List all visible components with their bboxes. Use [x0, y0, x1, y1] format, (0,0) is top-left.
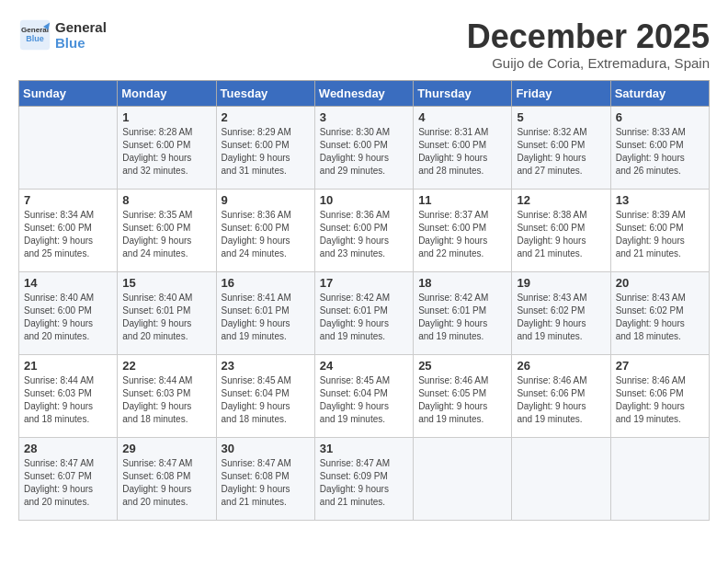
day-number: 16	[222, 276, 310, 290]
day-content: Sunrise: 8:31 AM Sunset: 6:00 PM Dayligh…	[418, 126, 506, 178]
day-content: Sunrise: 8:43 AM Sunset: 6:02 PM Dayligh…	[517, 292, 605, 343]
calendar-cell: 10Sunrise: 8:36 AM Sunset: 6:00 PM Dayli…	[314, 189, 413, 271]
calendar-week-4: 21Sunrise: 8:44 AM Sunset: 6:03 PM Dayli…	[19, 354, 710, 437]
logo-line1: General	[55, 19, 107, 35]
logo-text: General Blue	[55, 19, 107, 51]
day-number: 24	[320, 359, 408, 373]
day-content: Sunrise: 8:32 AM Sunset: 6:00 PM Dayligh…	[517, 126, 605, 178]
calendar-cell: 2Sunrise: 8:29 AM Sunset: 6:00 PM Daylig…	[216, 106, 314, 189]
day-number: 4	[418, 110, 506, 124]
day-content: Sunrise: 8:40 AM Sunset: 6:01 PM Dayligh…	[122, 292, 210, 343]
day-content: Sunrise: 8:35 AM Sunset: 6:00 PM Dayligh…	[122, 209, 210, 260]
day-content: Sunrise: 8:28 AM Sunset: 6:00 PM Dayligh…	[122, 126, 210, 178]
day-content: Sunrise: 8:37 AM Sunset: 6:00 PM Dayligh…	[418, 209, 506, 260]
day-number: 15	[122, 276, 210, 290]
calendar-cell: 4Sunrise: 8:31 AM Sunset: 6:00 PM Daylig…	[414, 106, 512, 189]
calendar-cell: 19Sunrise: 8:43 AM Sunset: 6:02 PM Dayli…	[512, 271, 610, 354]
day-number: 20	[616, 276, 704, 290]
day-number: 18	[418, 276, 506, 290]
calendar-cell	[414, 437, 512, 520]
day-number: 14	[24, 276, 112, 290]
calendar-cell: 1Sunrise: 8:28 AM Sunset: 6:00 PM Daylig…	[118, 106, 216, 189]
header-thursday: Thursday	[414, 80, 512, 106]
day-content: Sunrise: 8:44 AM Sunset: 6:03 PM Dayligh…	[24, 374, 112, 426]
day-number: 3	[320, 110, 408, 124]
calendar-cell: 29Sunrise: 8:47 AM Sunset: 6:08 PM Dayli…	[118, 437, 216, 520]
day-number: 13	[616, 193, 704, 207]
day-number: 7	[24, 193, 112, 207]
day-number: 11	[418, 193, 506, 207]
calendar-cell: 20Sunrise: 8:43 AM Sunset: 6:02 PM Dayli…	[610, 271, 709, 354]
calendar-cell: 5Sunrise: 8:32 AM Sunset: 6:00 PM Daylig…	[512, 106, 610, 189]
day-number: 23	[222, 359, 310, 373]
calendar-cell: 6Sunrise: 8:33 AM Sunset: 6:00 PM Daylig…	[610, 106, 709, 189]
header-wednesday: Wednesday	[314, 80, 413, 106]
logo: General Blue General Blue	[18, 18, 107, 52]
svg-text:Blue: Blue	[26, 34, 44, 43]
calendar-week-3: 14Sunrise: 8:40 AM Sunset: 6:00 PM Dayli…	[19, 271, 710, 354]
day-content: Sunrise: 8:44 AM Sunset: 6:03 PM Dayligh…	[122, 374, 210, 426]
day-number: 22	[122, 359, 210, 373]
day-content: Sunrise: 8:45 AM Sunset: 6:04 PM Dayligh…	[320, 374, 408, 426]
calendar-cell: 8Sunrise: 8:35 AM Sunset: 6:00 PM Daylig…	[118, 189, 216, 271]
day-content: Sunrise: 8:47 AM Sunset: 6:07 PM Dayligh…	[24, 457, 112, 509]
header-sunday: Sunday	[19, 80, 118, 106]
day-number: 10	[320, 193, 408, 207]
day-content: Sunrise: 8:46 AM Sunset: 6:06 PM Dayligh…	[517, 374, 605, 426]
day-content: Sunrise: 8:30 AM Sunset: 6:00 PM Dayligh…	[320, 126, 408, 178]
day-content: Sunrise: 8:29 AM Sunset: 6:00 PM Dayligh…	[222, 126, 310, 178]
header-tuesday: Tuesday	[216, 80, 314, 106]
logo-icon: General Blue	[18, 18, 51, 52]
day-number: 28	[24, 442, 112, 455]
day-content: Sunrise: 8:42 AM Sunset: 6:01 PM Dayligh…	[418, 292, 506, 343]
calendar-cell: 22Sunrise: 8:44 AM Sunset: 6:03 PM Dayli…	[118, 354, 216, 437]
day-number: 26	[517, 359, 605, 373]
header-saturday: Saturday	[610, 80, 709, 106]
calendar-cell	[610, 437, 709, 520]
day-content: Sunrise: 8:46 AM Sunset: 6:06 PM Dayligh…	[616, 374, 704, 426]
day-content: Sunrise: 8:40 AM Sunset: 6:00 PM Dayligh…	[24, 292, 112, 343]
calendar-cell: 13Sunrise: 8:39 AM Sunset: 6:00 PM Dayli…	[610, 189, 709, 271]
month-title: December 2025	[467, 18, 710, 55]
header-monday: Monday	[118, 80, 216, 106]
calendar-cell: 11Sunrise: 8:37 AM Sunset: 6:00 PM Dayli…	[414, 189, 512, 271]
day-number: 12	[517, 193, 605, 207]
day-content: Sunrise: 8:46 AM Sunset: 6:05 PM Dayligh…	[418, 374, 506, 426]
calendar-cell: 31Sunrise: 8:47 AM Sunset: 6:09 PM Dayli…	[314, 437, 413, 520]
calendar-cell: 7Sunrise: 8:34 AM Sunset: 6:00 PM Daylig…	[19, 189, 118, 271]
header-friday: Friday	[512, 80, 610, 106]
calendar-week-1: 1Sunrise: 8:28 AM Sunset: 6:00 PM Daylig…	[19, 106, 710, 189]
day-number: 6	[616, 110, 704, 124]
calendar-cell: 16Sunrise: 8:41 AM Sunset: 6:01 PM Dayli…	[216, 271, 314, 354]
calendar-table: SundayMondayTuesdayWednesdayThursdayFrid…	[18, 80, 710, 521]
calendar-cell: 14Sunrise: 8:40 AM Sunset: 6:00 PM Dayli…	[19, 271, 118, 354]
day-number: 8	[122, 193, 210, 207]
day-number: 21	[24, 359, 112, 373]
calendar-header-row: SundayMondayTuesdayWednesdayThursdayFrid…	[19, 80, 710, 106]
day-number: 29	[122, 442, 210, 455]
day-content: Sunrise: 8:36 AM Sunset: 6:00 PM Dayligh…	[222, 209, 310, 260]
day-content: Sunrise: 8:36 AM Sunset: 6:00 PM Dayligh…	[320, 209, 408, 260]
day-number: 30	[222, 442, 310, 455]
logo-line2: Blue	[55, 35, 85, 51]
calendar-week-2: 7Sunrise: 8:34 AM Sunset: 6:00 PM Daylig…	[19, 189, 710, 271]
calendar-cell: 28Sunrise: 8:47 AM Sunset: 6:07 PM Dayli…	[19, 437, 118, 520]
day-number: 27	[616, 359, 704, 373]
day-content: Sunrise: 8:38 AM Sunset: 6:00 PM Dayligh…	[517, 209, 605, 260]
calendar-cell: 26Sunrise: 8:46 AM Sunset: 6:06 PM Dayli…	[512, 354, 610, 437]
calendar-cell	[512, 437, 610, 520]
day-number: 1	[122, 110, 210, 124]
day-number: 31	[320, 442, 408, 455]
calendar-cell: 15Sunrise: 8:40 AM Sunset: 6:01 PM Dayli…	[118, 271, 216, 354]
day-content: Sunrise: 8:42 AM Sunset: 6:01 PM Dayligh…	[320, 292, 408, 343]
calendar-cell: 18Sunrise: 8:42 AM Sunset: 6:01 PM Dayli…	[414, 271, 512, 354]
day-number: 9	[222, 193, 310, 207]
day-number: 5	[517, 110, 605, 124]
day-content: Sunrise: 8:39 AM Sunset: 6:00 PM Dayligh…	[616, 209, 704, 260]
day-number: 2	[222, 110, 310, 124]
day-content: Sunrise: 8:41 AM Sunset: 6:01 PM Dayligh…	[222, 292, 310, 343]
calendar-cell: 24Sunrise: 8:45 AM Sunset: 6:04 PM Dayli…	[314, 354, 413, 437]
day-content: Sunrise: 8:33 AM Sunset: 6:00 PM Dayligh…	[616, 126, 704, 178]
calendar-cell: 21Sunrise: 8:44 AM Sunset: 6:03 PM Dayli…	[19, 354, 118, 437]
location: Guijo de Coria, Extremadura, Spain	[467, 55, 710, 71]
